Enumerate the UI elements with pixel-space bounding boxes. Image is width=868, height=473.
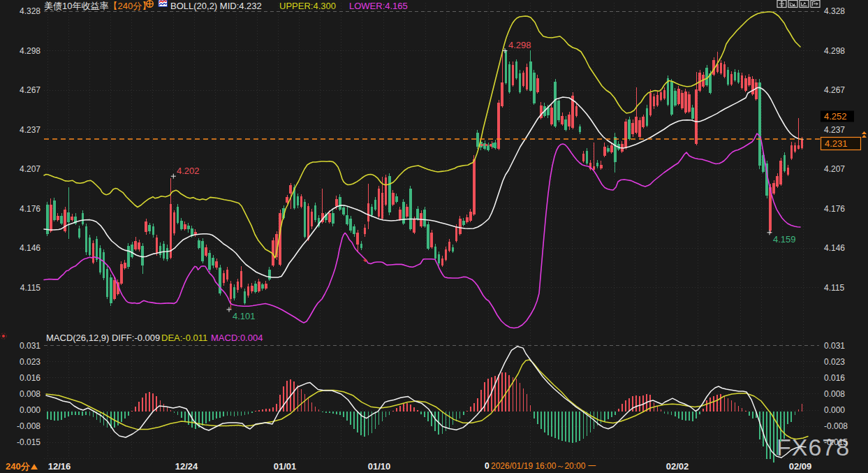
svg-text:DEA:-0.011: DEA:-0.011 bbox=[161, 333, 207, 343]
svg-text:4.115: 4.115 bbox=[824, 283, 844, 293]
svg-text:4.101: 4.101 bbox=[233, 311, 256, 321]
svg-text:BOLL(20,2) MID:4.232: BOLL(20,2) MID:4.232 bbox=[170, 1, 262, 11]
svg-text:0.008: 0.008 bbox=[824, 389, 845, 399]
svg-text:4.231: 4.231 bbox=[825, 138, 848, 149]
svg-text:0.016: 0.016 bbox=[824, 373, 845, 383]
svg-text:4.328: 4.328 bbox=[20, 6, 41, 16]
svg-text:02/02: 02/02 bbox=[666, 461, 689, 472]
svg-text:0: 0 bbox=[485, 461, 490, 471]
svg-text:UPPER:4.300: UPPER:4.300 bbox=[279, 1, 336, 11]
svg-text:4.207: 4.207 bbox=[20, 164, 41, 174]
svg-text:4.146: 4.146 bbox=[824, 243, 845, 253]
svg-text:4.115: 4.115 bbox=[20, 283, 41, 293]
svg-text:4.267: 4.267 bbox=[20, 85, 41, 95]
svg-text:4.176: 4.176 bbox=[20, 204, 41, 214]
svg-text:4.298: 4.298 bbox=[824, 46, 845, 56]
svg-text:4.202: 4.202 bbox=[177, 166, 200, 176]
svg-text:4.298: 4.298 bbox=[20, 46, 41, 56]
svg-text:240分: 240分 bbox=[6, 461, 31, 472]
svg-text:0.008: 0.008 bbox=[20, 389, 41, 399]
svg-text:4.207: 4.207 bbox=[824, 164, 845, 174]
svg-text:LOWER:4.165: LOWER:4.165 bbox=[349, 1, 408, 11]
svg-text:-0.015: -0.015 bbox=[17, 437, 41, 447]
svg-text:2026/01/19 16:00～20:00 一: 2026/01/19 16:00～20:00 一 bbox=[491, 461, 596, 471]
svg-text:4.252: 4.252 bbox=[824, 111, 847, 122]
svg-text:4.146: 4.146 bbox=[20, 243, 41, 253]
svg-text:MACD:0.004: MACD:0.004 bbox=[211, 333, 263, 343]
svg-text:美债10年收益率【240分】: 美债10年收益率【240分】 bbox=[44, 1, 151, 11]
svg-text:-0.008: -0.008 bbox=[17, 421, 41, 431]
svg-text:-0.015: -0.015 bbox=[824, 437, 848, 447]
svg-text:-0.008: -0.008 bbox=[824, 421, 848, 431]
svg-text:02/09: 02/09 bbox=[789, 461, 812, 472]
svg-text:4.267: 4.267 bbox=[824, 85, 845, 95]
svg-text:4.176: 4.176 bbox=[824, 204, 845, 214]
svg-text:01/01: 01/01 bbox=[274, 461, 297, 472]
svg-text:0.000: 0.000 bbox=[824, 405, 845, 415]
svg-text:4.298: 4.298 bbox=[508, 40, 531, 50]
svg-text:4.159: 4.159 bbox=[773, 234, 796, 245]
svg-text:0.031: 0.031 bbox=[20, 341, 41, 351]
svg-text:4.328: 4.328 bbox=[824, 6, 845, 16]
svg-text:0.023: 0.023 bbox=[824, 357, 845, 367]
svg-text:0.000: 0.000 bbox=[20, 405, 41, 415]
svg-text:01/10: 01/10 bbox=[368, 461, 391, 472]
svg-text:MACD(26,12,9) DIFF:-0.009: MACD(26,12,9) DIFF:-0.009 bbox=[46, 333, 160, 343]
svg-text:4.237: 4.237 bbox=[824, 125, 845, 135]
svg-text:12/16: 12/16 bbox=[48, 461, 71, 472]
svg-text:0.031: 0.031 bbox=[824, 341, 845, 351]
svg-text:4.237: 4.237 bbox=[20, 125, 41, 135]
svg-text:0.023: 0.023 bbox=[20, 357, 41, 367]
svg-text:12/24: 12/24 bbox=[175, 461, 198, 472]
svg-text:0.016: 0.016 bbox=[20, 373, 41, 383]
